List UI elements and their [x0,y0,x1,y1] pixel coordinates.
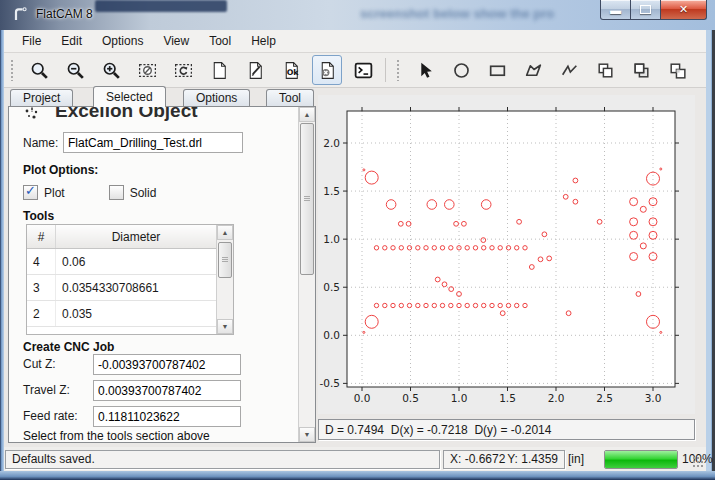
clear-plot-icon[interactable] [132,55,162,85]
panel-scrollbar-thumb[interactable] [300,123,314,275]
table-scrollbar-thumb[interactable] [218,242,232,278]
cnc-job-label: Create CNC Job [23,340,114,354]
status-bar: Defaults saved. X: -0.6672Y: 1.4359 [in]… [4,447,706,471]
tab-selected[interactable]: Selected [93,86,166,107]
close-button[interactable]: ✕ [660,0,707,20]
table-cell[interactable]: 0.0354330708661 [56,275,217,301]
checkbox-label: Solid [130,186,157,200]
resize-grip[interactable] [693,457,704,468]
plot-canvas[interactable]: 0.00.51.01.52.02.53.0-0.50.00.51.01.52.0 [318,95,695,414]
plot-toolbar: Ok [21,53,381,87]
draw-rectangle-icon[interactable] [482,55,512,85]
plot-options-label: Plot Options: [23,163,98,177]
svg-text:0.5: 0.5 [402,392,419,404]
progress-bar [604,450,678,469]
scroll-up-icon[interactable]: ▲ [299,107,315,122]
table-cell[interactable]: 2 [27,301,56,327]
toolbar-grip[interactable] [10,59,15,81]
toolbar-grip[interactable] [396,59,401,81]
edit-geometry-icon[interactable] [240,55,270,85]
toolbar-separator [385,58,386,82]
menu-view[interactable]: View [153,32,199,50]
scroll-down-icon[interactable]: ▼ [299,427,315,442]
zoom-in-icon[interactable] [96,55,126,85]
table-scrollbar[interactable]: ▲ ▼ [216,225,233,334]
zoom-fit-icon[interactable] [24,55,54,85]
window-border-left [0,30,4,480]
shell-icon[interactable] [348,55,378,85]
checkbox-label: Plot [44,186,65,200]
table-cell[interactable]: 4 [27,249,56,275]
tools-note: Select from the tools section above [23,429,210,443]
menu-file[interactable]: File [12,32,51,50]
svg-text:0.0: 0.0 [354,392,371,404]
svg-text:3.0: 3.0 [645,392,662,404]
table-row[interactable]: 20.035 [27,301,217,327]
scroll-down-icon[interactable]: ▼ [217,319,233,334]
cancel-edit-icon[interactable] [312,55,342,85]
table-row[interactable]: 30.0354330708661 [27,275,217,301]
measurement-readout: D = 0.7494 D(x) = -0.7218 D(y) = -0.2014 [318,419,695,440]
title-bar[interactable]: screenshot below show the pro FlatCAM 8 … [0,0,715,31]
draw-polygon-icon[interactable] [518,55,548,85]
svg-text:1.0: 1.0 [323,233,340,245]
field-input-travelz[interactable] [93,380,241,401]
checkbox-plot[interactable]: Plot [23,186,65,200]
menu-help[interactable]: Help [241,32,286,50]
svg-text:0.5: 0.5 [323,281,340,293]
menu-tool[interactable]: Tool [199,32,241,50]
draw-path-icon[interactable] [554,55,584,85]
checked-checkbox-icon[interactable] [23,185,38,200]
selected-object-panel: Excellon Object Name: Plot Options: Plot… [8,106,316,443]
replot-icon[interactable] [168,55,198,85]
flatcam-logo-icon [12,6,28,22]
checkbox-solid[interactable]: Solid [109,186,157,200]
excellon-object-icon [23,107,41,123]
aero-glass-artifact [95,0,227,12]
polygon-union-icon[interactable] [590,55,620,85]
menu-edit[interactable]: Edit [51,32,92,50]
name-input[interactable] [63,132,243,153]
tab-project[interactable]: Project [10,89,73,106]
zoom-out-icon[interactable] [60,55,90,85]
maximize-button[interactable] [630,0,661,20]
window-border-right [706,30,715,480]
table-cell[interactable]: 0.035 [56,301,217,327]
svg-text:2.0: 2.0 [548,392,565,404]
status-message: Defaults saved. [5,450,440,469]
table-cell[interactable]: 3 [27,275,56,301]
draw-circle-icon[interactable] [446,55,476,85]
menu-bar: FileEditOptionsViewToolHelp [4,30,706,53]
window-border-bottom [0,471,715,480]
panel-scrollbar[interactable]: ▲ ▼ [298,107,315,442]
field-input-cutz[interactable] [93,354,241,375]
tools-table: #Diameter40.0630.035433070866120.035 ▲ ▼ [26,224,234,335]
minimize-button[interactable]: ▬ [600,0,631,20]
table-cell[interactable]: 0.06 [56,249,217,275]
field-input-feedrate[interactable] [93,406,241,427]
flatcam-window: screenshot below show the pro FlatCAM 8 … [0,0,715,480]
tools-table-header-diameter[interactable]: Diameter [56,225,217,249]
tools-table-header-number[interactable]: # [27,225,56,249]
svg-text:-0.5: -0.5 [320,377,341,389]
polygon-subtract-icon[interactable] [626,55,656,85]
panel-heading: Excellon Object [55,107,198,124]
units-label: [in] [568,452,584,466]
scroll-up-icon[interactable]: ▲ [217,225,233,240]
new-geometry-icon[interactable] [204,55,234,85]
tools-label: Tools [23,209,54,223]
mouse-coordinates: X: -0.6672Y: 1.4359 [443,450,565,469]
field-label-travelz: Travel Z: [23,383,70,397]
svg-text:2.0: 2.0 [323,137,340,149]
svg-text:0.0: 0.0 [323,329,340,341]
svg-text:1.5: 1.5 [323,185,340,197]
tab-tool[interactable]: Tool [266,89,314,106]
menu-options[interactable]: Options [92,32,153,50]
table-row[interactable]: 40.06 [27,249,217,275]
update-geometry-ok-icon[interactable]: Ok [276,55,306,85]
unchecked-checkbox-icon[interactable] [109,185,124,200]
toolbar: Ok [4,53,706,88]
select-tool-icon[interactable] [410,55,440,85]
tab-options[interactable]: Options [183,89,250,106]
polygon-intersect-icon[interactable] [662,55,692,85]
